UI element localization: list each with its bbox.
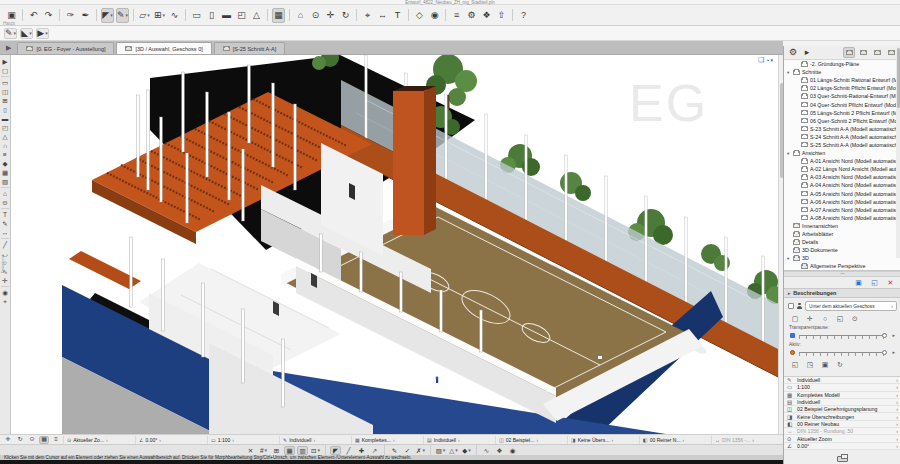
bottom-model-filter[interactable]: ▦ Komplettes... [351,436,423,444]
pen-icon[interactable]: ✎ [389,446,400,455]
quick-zoom[interactable]: ⊙ Aktueller Zoom [784,435,900,442]
view-options-toolbar[interactable]: ❏ ◔ ▾ [758,56,773,64]
navigator-tree-item[interactable]: A-04 Ansicht Nord (Modell automatisch wi… [784,181,900,189]
line-tool-icon[interactable]: ╱ [0,240,10,249]
bottom-pen[interactable]: ✎ Individuell [279,436,351,444]
mesh-tool-icon[interactable]: ▦ [0,168,10,177]
expand-arrow-icon[interactable] [787,151,791,156]
navigator-tree-item[interactable]: Innenansichten [784,222,900,230]
pen-color-icon[interactable]: ◆ [461,446,472,455]
quick-overrides[interactable]: ◨ Keine Überschreibungen [784,413,900,420]
line-mode-icon[interactable]: ╱ [343,446,354,455]
navigator-tree-item[interactable]: 3D [784,254,900,262]
copy-markup-icon[interactable]: ◱ [835,314,845,323]
move-icon[interactable]: ↗ [369,446,380,455]
quick-rotation[interactable]: ∠ 0.00° [784,443,900,450]
redo-icon[interactable]: ↷ [42,8,55,23]
label-tool-icon[interactable]: ✎ [0,219,10,228]
circle-tool-icon[interactable]: ○ [0,258,10,267]
navigator-tree-item[interactable]: S-23 Schnitt A-A (Modell automatisch wie… [784,125,900,133]
cursor-snap-icon[interactable]: ▶ [36,28,49,39]
stair-tool-icon[interactable]: ≡ [0,150,10,159]
cancel-icon[interactable]: ✗ [415,446,426,455]
tool-default-icon[interactable]: ◣ [20,28,33,39]
settings-icon[interactable]: ⚙ [465,8,478,23]
snap-grid-icon[interactable]: ⊞ [153,8,166,23]
inject-parameters-icon[interactable]: ✒ [79,8,92,23]
layer-settings-icon[interactable]: ▱ [138,8,151,23]
circle-markup-icon[interactable]: ○ [820,314,830,323]
pickup-parameters-icon[interactable]: ✑ [64,8,77,23]
navigator-tree-item[interactable]: Ansichten [784,149,900,157]
snap-guides-icon[interactable]: ▦ [284,446,295,455]
navigator-tree-item[interactable]: 05 Längs-Schnitt 2 Pflicht Entwurf (Mode… [784,109,900,117]
select-marker-icon[interactable]: ▢ [790,314,800,323]
transparency-slider[interactable]: ▸ [790,331,895,340]
navigator-tree-item[interactable]: Arbeitsblätter [784,230,900,238]
capture-view-icon[interactable]: ▣ [820,360,830,369]
morph-tool-icon[interactable]: ◆ [0,159,10,168]
quick-layer-combo[interactable]: ◫ 02 Beispiel Genehmigungsplanung [784,406,900,413]
quick-scale[interactable]: ▭ 1:100 [784,384,900,391]
bottom-overrides[interactable]: ◨ Keine Übers... [567,436,639,444]
pan-mini-icon[interactable]: ✛ [3,436,13,444]
select-tool-icon[interactable]: ▶ [0,57,10,66]
quick-renovation-filter[interactable]: ◧ 00 Reiner Neubau [784,421,900,428]
navigator-tree-item[interactable]: 3D-Dokumente [784,246,900,254]
arrow-mode-icon[interactable]: ◤ [330,446,341,455]
column-icon[interactable]: ▯ [205,8,218,23]
orbit-icon[interactable]: ↻ [339,8,352,23]
add-point-icon[interactable]: ✚ [356,446,367,455]
coordinate-grid-icon[interactable]: ⊞ [271,446,282,455]
document-tab[interactable]: [3D / Auswahl, Geschoss 0] [116,42,211,54]
confirm-icon[interactable]: ✓ [402,446,413,455]
teamwork-icon[interactable]: ❖ [480,8,493,23]
pan-icon[interactable]: ✛ [324,8,337,23]
text-icon[interactable]: T [391,8,404,23]
beam-icon[interactable]: ▬ [220,8,233,23]
marquee-tool-icon[interactable]: ▢ [0,66,10,75]
navigator-tree-item[interactable]: 03 Quer-Schnitt-Rational-Entwurf (Modell… [784,92,900,100]
fill-style-icon[interactable]: ▨ [435,446,446,455]
zoom-mini-icon[interactable]: ⊙ [27,436,37,444]
navigator-tree-item[interactable]: A-05 Ansicht Nord (Modell automatisch wi… [784,190,900,198]
navigator-tree-item[interactable]: A-06 Ansicht Nord (Modell automatisch wi… [784,198,900,206]
navigator-tree-item[interactable]: 04 Quer-Schnitt Pflicht Entwurf (Modell … [784,100,900,108]
tree-scrollbar[interactable] [896,46,900,258]
orbit-mini-icon[interactable]: ↻ [15,436,25,444]
beam-tool-icon[interactable]: ▬ [0,114,10,123]
spline-icon[interactable]: ∿ [481,446,492,455]
project-map-button[interactable] [843,47,855,58]
expand-arrow-icon[interactable] [787,256,791,261]
window-tool-icon[interactable]: ⊞ [0,96,10,105]
slider-stepper-icon[interactable]: ▸ [892,332,895,338]
markup-settings-icon[interactable]: ⊙ [850,314,860,323]
beschreibungen-header[interactable]: ▸ Beschreibungen [784,288,900,298]
navigator-tree-item[interactable]: 02 Längs-Schnitt Pflicht Entwurf (Modell… [784,84,900,92]
active-slider[interactable]: ▸ [790,348,895,357]
pen-set-icon[interactable]: ✎ [116,8,129,23]
polyline-tool-icon[interactable]: ∿ [0,267,10,276]
quick-model-filter[interactable]: ▦ Komplettes Modell [784,392,900,399]
marker-icon[interactable]: ◇ [413,8,426,23]
navigator-tree-item[interactable]: A-02 Längs Nord Ansicht (Modell automati… [784,165,900,173]
layers-icon[interactable]: ≡ [450,8,463,23]
lamp-tool-icon[interactable]: ⊙ [0,198,10,207]
update-view-icon[interactable]: ↻ [835,360,845,369]
close-selection-icon[interactable]: ✕ [245,446,256,455]
roof-tool-icon[interactable]: △ [0,132,10,141]
publish-icon[interactable]: ⇧ [495,8,508,23]
document-tab[interactable]: [0. EG - Foyer - Ausstellung] [17,42,114,54]
navigator-tree-item[interactable]: Details [784,238,900,246]
quick-dimension-standard[interactable]: ↔ DIN 1356 - Rundung .50 [784,428,900,435]
bottom-rotation[interactable]: ∠ 0.00° [135,436,207,444]
arc-tool-icon[interactable]: ◡ [0,249,10,258]
dimension-tool-icon[interactable]: ↔ [0,228,10,237]
roof-icon[interactable]: △ [250,8,263,23]
expand-arrow-icon[interactable] [787,70,791,75]
help-icon[interactable]: ? [517,8,530,23]
camera-icon[interactable]: ◉ [428,8,441,23]
navigator-tree-item[interactable]: A-03 Ansicht Nord (Modell automatisch wi… [784,173,900,181]
section-marker-icon[interactable]: ⌖ [361,8,374,23]
slider-track[interactable] [799,352,885,356]
